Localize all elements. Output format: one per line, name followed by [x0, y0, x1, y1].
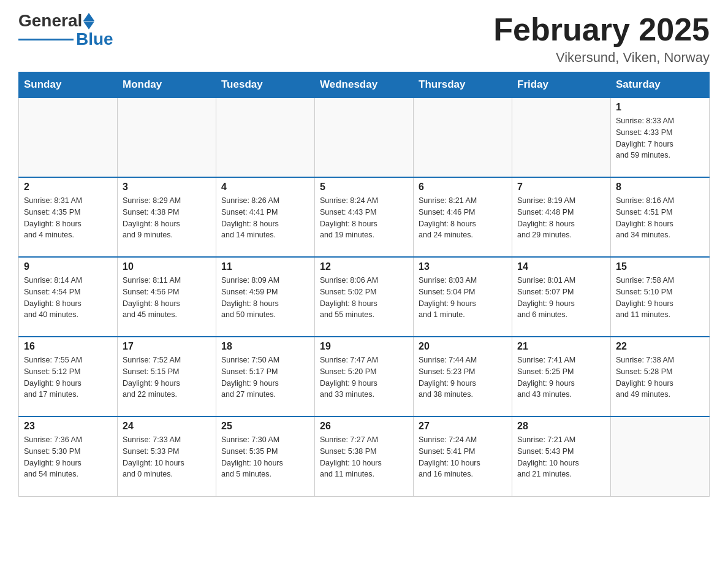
day-info: Sunrise: 7:58 AMSunset: 5:10 PMDaylight:…	[616, 275, 704, 321]
day-number: 2	[24, 182, 112, 193]
page: General Blue February 2025 Vikersund, Vi…	[0, 0, 728, 515]
calendar-cell: 15Sunrise: 7:58 AMSunset: 5:10 PMDayligh…	[611, 257, 710, 337]
week-row-2: 9Sunrise: 8:14 AMSunset: 4:54 PMDaylight…	[19, 257, 710, 337]
weekday-header-sunday: Sunday	[19, 72, 118, 98]
day-info: Sunrise: 8:03 AMSunset: 5:04 PMDaylight:…	[419, 275, 507, 321]
day-number: 9	[24, 261, 112, 272]
day-number: 25	[221, 421, 309, 432]
calendar-cell: 16Sunrise: 7:55 AMSunset: 5:12 PMDayligh…	[19, 337, 118, 416]
calendar-cell: 25Sunrise: 7:30 AMSunset: 5:35 PMDayligh…	[216, 416, 315, 496]
calendar-cell: 5Sunrise: 8:24 AMSunset: 4:43 PMDaylight…	[315, 177, 414, 257]
day-number: 13	[419, 261, 507, 272]
calendar-cell: 14Sunrise: 8:01 AMSunset: 5:07 PMDayligh…	[512, 257, 611, 337]
weekday-header-thursday: Thursday	[414, 72, 512, 98]
calendar-cell: 13Sunrise: 8:03 AMSunset: 5:04 PMDayligh…	[414, 257, 512, 337]
calendar-cell: 18Sunrise: 7:50 AMSunset: 5:17 PMDayligh…	[216, 337, 315, 416]
day-number: 11	[221, 261, 309, 272]
day-info: Sunrise: 7:47 AMSunset: 5:20 PMDaylight:…	[320, 354, 408, 400]
calendar-cell	[19, 98, 118, 177]
day-info: Sunrise: 8:06 AMSunset: 5:02 PMDaylight:…	[320, 275, 408, 321]
weekday-header-row: SundayMondayTuesdayWednesdayThursdayFrid…	[19, 72, 710, 98]
weekday-header-friday: Friday	[512, 72, 611, 98]
month-title: February 2025	[493, 12, 710, 47]
location: Vikersund, Viken, Norway	[493, 50, 710, 66]
day-number: 7	[517, 182, 605, 193]
calendar-cell: 28Sunrise: 7:21 AMSunset: 5:43 PMDayligh…	[512, 416, 611, 496]
day-number: 15	[616, 261, 704, 272]
logo-triangle-up	[83, 13, 94, 21]
day-number: 26	[320, 421, 408, 432]
week-row-4: 23Sunrise: 7:36 AMSunset: 5:30 PMDayligh…	[19, 416, 710, 496]
day-info: Sunrise: 8:29 AMSunset: 4:38 PMDaylight:…	[123, 195, 211, 241]
header: General Blue February 2025 Vikersund, Vi…	[18, 12, 710, 66]
calendar-cell: 4Sunrise: 8:26 AMSunset: 4:41 PMDaylight…	[216, 177, 315, 257]
day-number: 20	[419, 341, 507, 352]
weekday-header-monday: Monday	[118, 72, 216, 98]
calendar-cell: 2Sunrise: 8:31 AMSunset: 4:35 PMDaylight…	[19, 177, 118, 257]
weekday-header-wednesday: Wednesday	[315, 72, 414, 98]
logo-text-blue: Blue	[76, 31, 113, 48]
day-number: 12	[320, 261, 408, 272]
title-section: February 2025 Vikersund, Viken, Norway	[493, 12, 710, 66]
day-number: 14	[517, 261, 605, 272]
day-number: 22	[616, 341, 704, 352]
calendar-cell: 10Sunrise: 8:11 AMSunset: 4:56 PMDayligh…	[118, 257, 216, 337]
calendar-cell: 3Sunrise: 8:29 AMSunset: 4:38 PMDaylight…	[118, 177, 216, 257]
day-info: Sunrise: 7:27 AMSunset: 5:38 PMDaylight:…	[320, 434, 408, 480]
calendar-cell: 26Sunrise: 7:27 AMSunset: 5:38 PMDayligh…	[315, 416, 414, 496]
calendar-cell: 17Sunrise: 7:52 AMSunset: 5:15 PMDayligh…	[118, 337, 216, 416]
calendar-cell	[216, 98, 315, 177]
week-row-3: 16Sunrise: 7:55 AMSunset: 5:12 PMDayligh…	[19, 337, 710, 416]
week-row-0: 1Sunrise: 8:33 AMSunset: 4:33 PMDaylight…	[19, 98, 710, 177]
day-number: 28	[517, 421, 605, 432]
day-number: 10	[123, 261, 211, 272]
logo-triangle-down	[83, 21, 94, 29]
day-info: Sunrise: 7:36 AMSunset: 5:30 PMDaylight:…	[24, 434, 112, 480]
day-info: Sunrise: 8:11 AMSunset: 4:56 PMDaylight:…	[123, 275, 211, 321]
calendar-cell: 1Sunrise: 8:33 AMSunset: 4:33 PMDaylight…	[611, 98, 710, 177]
day-info: Sunrise: 7:50 AMSunset: 5:17 PMDaylight:…	[221, 354, 309, 400]
day-number: 6	[419, 182, 507, 193]
calendar-cell	[315, 98, 414, 177]
day-number: 23	[24, 421, 112, 432]
calendar-cell: 7Sunrise: 8:19 AMSunset: 4:48 PMDaylight…	[512, 177, 611, 257]
calendar-cell: 9Sunrise: 8:14 AMSunset: 4:54 PMDaylight…	[19, 257, 118, 337]
calendar-cell: 27Sunrise: 7:24 AMSunset: 5:41 PMDayligh…	[414, 416, 512, 496]
calendar-cell: 19Sunrise: 7:47 AMSunset: 5:20 PMDayligh…	[315, 337, 414, 416]
day-info: Sunrise: 7:38 AMSunset: 5:28 PMDaylight:…	[616, 354, 704, 400]
day-number: 18	[221, 341, 309, 352]
calendar-cell	[512, 98, 611, 177]
day-number: 3	[123, 182, 211, 193]
day-number: 4	[221, 182, 309, 193]
weekday-header-saturday: Saturday	[611, 72, 710, 98]
day-info: Sunrise: 8:26 AMSunset: 4:41 PMDaylight:…	[221, 195, 309, 241]
calendar-cell: 8Sunrise: 8:16 AMSunset: 4:51 PMDaylight…	[611, 177, 710, 257]
day-info: Sunrise: 8:09 AMSunset: 4:59 PMDaylight:…	[221, 275, 309, 321]
calendar-cell	[118, 98, 216, 177]
weekday-header-tuesday: Tuesday	[216, 72, 315, 98]
day-info: Sunrise: 7:41 AMSunset: 5:25 PMDaylight:…	[517, 354, 605, 400]
day-number: 27	[419, 421, 507, 432]
calendar-cell: 11Sunrise: 8:09 AMSunset: 4:59 PMDayligh…	[216, 257, 315, 337]
day-info: Sunrise: 8:19 AMSunset: 4:48 PMDaylight:…	[517, 195, 605, 241]
calendar-cell: 23Sunrise: 7:36 AMSunset: 5:30 PMDayligh…	[19, 416, 118, 496]
day-info: Sunrise: 8:21 AMSunset: 4:46 PMDaylight:…	[419, 195, 507, 241]
day-number: 8	[616, 182, 704, 193]
day-info: Sunrise: 8:33 AMSunset: 4:33 PMDaylight:…	[616, 115, 704, 161]
day-info: Sunrise: 7:21 AMSunset: 5:43 PMDaylight:…	[517, 434, 605, 480]
day-number: 17	[123, 341, 211, 352]
day-number: 21	[517, 341, 605, 352]
logo: General Blue	[18, 12, 113, 48]
calendar-cell	[611, 416, 710, 496]
day-info: Sunrise: 8:24 AMSunset: 4:43 PMDaylight:…	[320, 195, 408, 241]
calendar-cell: 22Sunrise: 7:38 AMSunset: 5:28 PMDayligh…	[611, 337, 710, 416]
day-info: Sunrise: 7:55 AMSunset: 5:12 PMDaylight:…	[24, 354, 112, 400]
day-info: Sunrise: 8:01 AMSunset: 5:07 PMDaylight:…	[517, 275, 605, 321]
day-info: Sunrise: 7:52 AMSunset: 5:15 PMDaylight:…	[123, 354, 211, 400]
week-row-1: 2Sunrise: 8:31 AMSunset: 4:35 PMDaylight…	[19, 177, 710, 257]
logo-text-general: General	[18, 12, 82, 29]
day-number: 19	[320, 341, 408, 352]
calendar-cell: 6Sunrise: 8:21 AMSunset: 4:46 PMDaylight…	[414, 177, 512, 257]
calendar-cell: 24Sunrise: 7:33 AMSunset: 5:33 PMDayligh…	[118, 416, 216, 496]
day-info: Sunrise: 8:16 AMSunset: 4:51 PMDaylight:…	[616, 195, 704, 241]
